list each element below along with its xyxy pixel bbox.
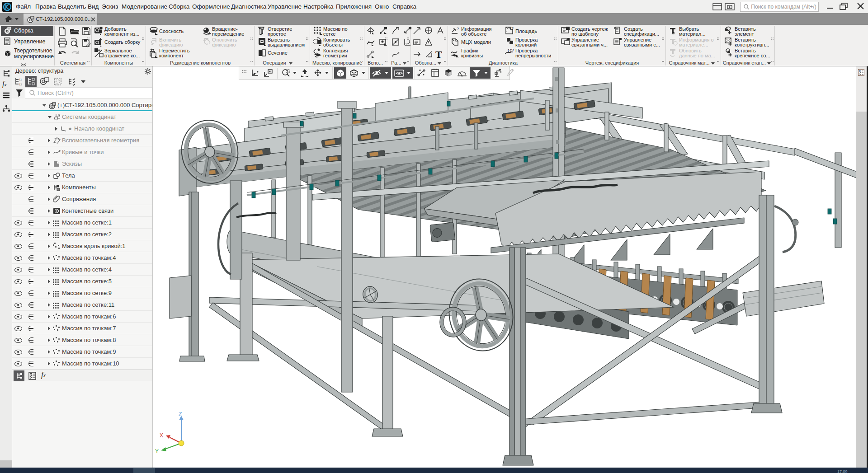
svg-text:11: 11 [19,78,22,81]
svg-text:Y: Y [155,448,159,454]
svg-text:?: ? [457,27,459,31]
svg-text:G?: G? [508,48,514,53]
svg-text:X: X [160,432,163,439]
svg-text:12: 12 [19,83,22,86]
svg-text:?: ? [511,26,514,31]
svg-text:Z: Z [179,411,182,417]
